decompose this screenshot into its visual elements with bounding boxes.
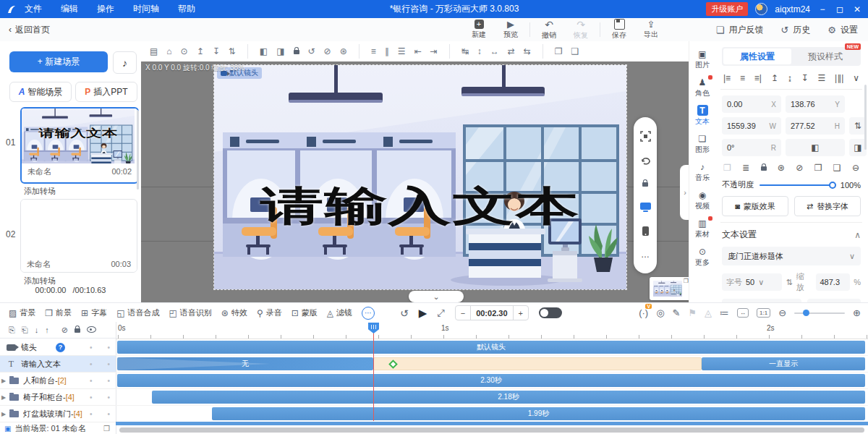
replace-font-button[interactable]: ⇄ 替换字体: [794, 196, 861, 216]
people-bar[interactable]: 2.30秒: [117, 374, 865, 387]
scene-2-thumbnail[interactable]: 未命名 00:03: [20, 199, 137, 273]
upgrade-account-button[interactable]: 升级账户: [706, 2, 748, 16]
paste-icon[interactable]: ❑: [571, 47, 579, 56]
save-button[interactable]: 保存: [603, 19, 635, 41]
text-align-left-icon[interactable]: |≡: [723, 73, 731, 83]
flip-horizontal-icon[interactable]: ◧: [786, 139, 845, 156]
scene-music-button[interactable]: ♪: [113, 51, 137, 74]
chairs-track-row[interactable]: 2.18秒: [116, 389, 868, 406]
move-down-icon[interactable]: ↓: [35, 326, 39, 334]
tab-presets[interactable]: 预设样式 NEW: [791, 48, 859, 64]
rail-item-character[interactable]: ♟ 角色: [690, 77, 715, 98]
snap-left-icon[interactable]: ↹: [461, 47, 469, 56]
line-height-icon[interactable]: ☰: [817, 73, 825, 83]
subtitle-button[interactable]: ⊞字幕: [81, 307, 107, 318]
scene-panel-scrollbar[interactable]: [137, 110, 139, 190]
ungroup-icon[interactable]: ⎗: [22, 326, 28, 334]
fullscreen-icon[interactable]: ⤢: [437, 308, 444, 318]
menu-file[interactable]: 文件: [25, 3, 42, 15]
flag-icon[interactable]: ⚑: [688, 308, 697, 318]
delete-icon[interactable]: ⊖: [852, 163, 859, 173]
text-track-row[interactable]: 无 一直显示: [116, 356, 868, 373]
scale-field[interactable]: 487.3: [816, 273, 851, 291]
timeline-zoom-slider[interactable]: [794, 312, 845, 314]
scene-1-name[interactable]: 未命名: [27, 166, 51, 177]
undo-button[interactable]: ↶ 撤销: [533, 20, 565, 41]
valign-middle-icon[interactable]: ↨: [788, 73, 792, 83]
rail-item-image[interactable]: ▣ 图片: [690, 48, 715, 70]
preview-button[interactable]: ▶ 预览: [495, 20, 527, 40]
valign-top-icon[interactable]: ↥: [771, 73, 778, 83]
track-text[interactable]: T 请输入文本 ••: [0, 356, 116, 373]
more-options-icon[interactable]: …: [641, 250, 650, 260]
loop-toggle[interactable]: [539, 307, 562, 318]
history-button[interactable]: ↺ 历史: [780, 24, 810, 36]
layer-order-icon[interactable]: ≣: [742, 163, 749, 173]
timeline-scrollbar[interactable]: [119, 427, 864, 433]
visibility-column-icon[interactable]: [87, 325, 96, 335]
track-visibility-dot[interactable]: •: [107, 410, 110, 418]
menu-edit[interactable]: 编辑: [61, 3, 78, 15]
lamp-bar[interactable]: 1.99秒: [212, 407, 865, 420]
flip-horizontal-icon[interactable]: ◧: [260, 47, 268, 56]
rail-item-material[interactable]: ▥ 素材: [690, 218, 715, 239]
height-field[interactable]: 277.52H: [786, 117, 845, 135]
hold-bar[interactable]: 一直显示: [702, 357, 865, 370]
font-size-select[interactable]: 字号 50 ∨: [722, 273, 782, 291]
menu-help[interactable]: 帮助: [178, 3, 195, 15]
track-lamp-plant-door[interactable]: ▶ 灯盆栽玻璃门- [4] ••: [0, 406, 116, 422]
edit-icon[interactable]: ✎: [673, 308, 681, 318]
more-tools-icon[interactable]: ⋯: [362, 307, 375, 320]
camera-bar[interactable]: 默认镜头: [117, 341, 865, 354]
focus-frame-icon[interactable]: [640, 131, 651, 142]
background-button[interactable]: ▨背景: [9, 307, 35, 318]
expand-arrow-icon[interactable]: ▶: [1, 378, 9, 384]
align-middle-icon[interactable]: ↧: [213, 47, 220, 56]
expand-arrow-icon[interactable]: ▶: [1, 394, 9, 401]
valign-bottom-icon[interactable]: ↧: [801, 73, 809, 83]
speech-recognition-button[interactable]: ◰语音识别: [169, 307, 212, 318]
fit-width-icon[interactable]: ↔: [737, 308, 749, 318]
properties-scrollbar[interactable]: [864, 85, 867, 150]
maximize-icon[interactable]: ◻: [835, 4, 845, 14]
help-icon[interactable]: ?: [56, 343, 65, 352]
opacity-slider[interactable]: [760, 184, 835, 186]
camera-track-row[interactable]: 默认镜头: [116, 339, 868, 356]
play-button[interactable]: ▶: [419, 307, 427, 320]
center-horizontal-icon[interactable]: ∥: [385, 47, 389, 56]
track-visibility-dot[interactable]: •: [107, 360, 110, 368]
timeline-tracks-area[interactable]: 0s 1s 2s 默认镜头 无 一直显示 2.30秒 2.18秒 1.99秒: [116, 322, 868, 434]
snap-center-icon[interactable]: ↕: [477, 47, 482, 56]
adjust-icon[interactable]: ≔: [720, 308, 729, 318]
track-visibility-dot[interactable]: •: [107, 393, 110, 401]
text-element[interactable]: 请输入文本: [260, 179, 580, 234]
align-left-edge-icon[interactable]: ≡: [371, 47, 376, 56]
collapse-panel-tab[interactable]: ›: [680, 165, 689, 220]
collapse-bottom-tab[interactable]: ⌄: [409, 291, 464, 302]
zoom-out-icon[interactable]: ⊖: [778, 308, 786, 318]
smart-scene-button[interactable]: A 智能场景: [9, 82, 72, 102]
rail-item-shape[interactable]: ❏ 图形: [690, 133, 715, 155]
redo-button[interactable]: ↷ 恢复: [565, 20, 597, 41]
track-visibility-dot[interactable]: •: [107, 377, 110, 385]
distribute-horizontal-icon[interactable]: ⇤: [414, 47, 422, 56]
camera-icon[interactable]: ◎: [656, 308, 664, 318]
rail-item-music[interactable]: ♪ 音乐: [690, 161, 715, 183]
time-increase-button[interactable]: +: [514, 306, 528, 320]
chevron-down-icon[interactable]: ∨: [853, 73, 859, 83]
back-home-button[interactable]: ‹ 返回首页: [9, 24, 50, 36]
spacing-icon[interactable]: ⇆: [524, 47, 531, 56]
minimap[interactable]: ❐: [650, 277, 689, 300]
expand-arrow-icon[interactable]: ▶: [1, 411, 9, 417]
minimize-icon[interactable]: −: [817, 4, 827, 14]
scene-1-thumbnail[interactable]: 请输入文本 未命名 00:02: [20, 107, 139, 184]
mask-button[interactable]: ⊡蒙版: [292, 307, 318, 318]
anchor-rotate-icon[interactable]: ⊛: [778, 163, 785, 173]
paste-icon[interactable]: ❑: [833, 163, 841, 173]
snap-bottom-icon[interactable]: ⇄: [508, 47, 515, 56]
settings-button[interactable]: ⚙ 设置: [827, 24, 858, 36]
copy-icon[interactable]: ❐: [814, 163, 822, 173]
track-lock-dot[interactable]: •: [90, 393, 93, 401]
mask-effect-button[interactable]: ◙ 蒙版效果: [722, 196, 788, 216]
timeline-ruler[interactable]: 0s 1s 2s: [116, 322, 868, 339]
